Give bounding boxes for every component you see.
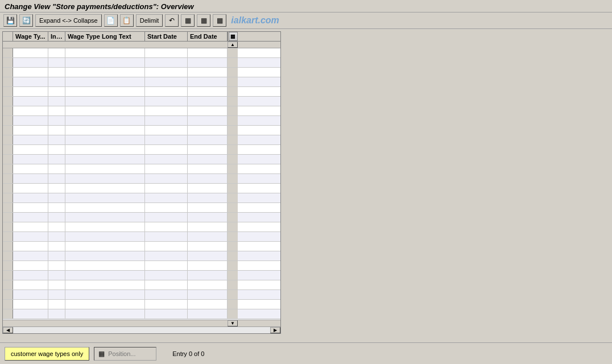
start-date-cell[interactable] bbox=[145, 261, 188, 270]
inf-cell[interactable] bbox=[48, 222, 65, 231]
end-date-cell[interactable] bbox=[188, 213, 228, 222]
end-date-cell[interactable] bbox=[188, 135, 228, 144]
long-text-cell[interactable] bbox=[65, 290, 145, 299]
start-date-cell[interactable] bbox=[145, 280, 188, 289]
toolbar-btn-1[interactable]: 💾 bbox=[3, 14, 17, 27]
long-text-cell[interactable] bbox=[65, 97, 145, 106]
table-row[interactable] bbox=[3, 290, 280, 300]
long-text-cell[interactable] bbox=[65, 309, 145, 318]
start-date-cell[interactable] bbox=[145, 184, 188, 193]
scroll-right-button[interactable]: ▶ bbox=[270, 327, 280, 333]
end-date-cell[interactable] bbox=[188, 184, 228, 193]
start-date-cell[interactable] bbox=[145, 77, 188, 86]
long-text-cell[interactable] bbox=[65, 300, 145, 309]
wage-type-cell[interactable] bbox=[13, 145, 48, 154]
wage-type-cell[interactable] bbox=[13, 242, 48, 251]
end-date-cell[interactable] bbox=[188, 222, 228, 231]
start-date-cell[interactable] bbox=[145, 97, 188, 106]
end-date-cell[interactable] bbox=[188, 193, 228, 202]
table-row[interactable] bbox=[3, 300, 280, 309]
inf-cell[interactable] bbox=[48, 300, 65, 309]
wage-type-cell[interactable] bbox=[13, 271, 48, 280]
wage-type-cell[interactable] bbox=[13, 232, 48, 241]
toolbar-btn-7[interactable]: ▦ bbox=[197, 14, 210, 27]
wage-type-cell[interactable] bbox=[13, 48, 48, 57]
inf-cell[interactable] bbox=[48, 309, 65, 318]
inf-cell[interactable] bbox=[48, 77, 65, 86]
start-date-cell[interactable] bbox=[145, 242, 188, 251]
start-date-cell[interactable] bbox=[145, 116, 188, 125]
end-date-cell[interactable] bbox=[188, 251, 228, 260]
end-date-cell[interactable] bbox=[188, 300, 228, 309]
inf-cell[interactable] bbox=[48, 58, 65, 67]
grid-settings-icon[interactable]: ▦ bbox=[229, 32, 238, 41]
wage-type-cell[interactable] bbox=[13, 77, 48, 86]
end-date-cell[interactable] bbox=[188, 106, 228, 115]
toolbar-btn-3[interactable]: 📄 bbox=[104, 14, 118, 27]
end-date-cell[interactable] bbox=[188, 87, 228, 96]
end-date-cell[interactable] bbox=[188, 164, 228, 173]
long-text-cell[interactable] bbox=[65, 126, 145, 135]
end-date-cell[interactable] bbox=[188, 261, 228, 270]
start-date-cell[interactable] bbox=[145, 145, 188, 154]
long-text-cell[interactable] bbox=[65, 116, 145, 125]
start-date-cell[interactable] bbox=[145, 48, 188, 57]
table-row[interactable] bbox=[3, 184, 280, 193]
long-text-cell[interactable] bbox=[65, 77, 145, 86]
start-date-cell[interactable] bbox=[145, 135, 188, 144]
end-date-cell[interactable] bbox=[188, 68, 228, 77]
toolbar-btn-5[interactable]: ↶ bbox=[165, 14, 179, 27]
table-row[interactable] bbox=[3, 58, 280, 68]
toolbar-btn-4[interactable]: 📋 bbox=[120, 14, 134, 27]
inf-cell[interactable] bbox=[48, 106, 65, 115]
scroll-down-button[interactable]: ▼ bbox=[228, 320, 238, 326]
inf-cell[interactable] bbox=[48, 271, 65, 280]
position-input[interactable] bbox=[108, 350, 154, 357]
customer-wage-types-button[interactable]: customer wage types only bbox=[5, 347, 89, 361]
expand-collapse-button[interactable]: Expand <-> Collapse bbox=[35, 14, 102, 27]
long-text-cell[interactable] bbox=[65, 271, 145, 280]
end-date-cell[interactable] bbox=[188, 271, 228, 280]
inf-cell[interactable] bbox=[48, 126, 65, 135]
inf-cell[interactable] bbox=[48, 203, 65, 212]
long-text-cell[interactable] bbox=[65, 203, 145, 212]
start-date-cell[interactable] bbox=[145, 309, 188, 318]
wage-type-cell[interactable] bbox=[13, 87, 48, 96]
end-date-cell[interactable] bbox=[188, 48, 228, 57]
start-date-cell[interactable] bbox=[145, 58, 188, 67]
start-date-cell[interactable] bbox=[145, 68, 188, 77]
toolbar-btn-6[interactable]: ▦ bbox=[181, 14, 195, 27]
inf-cell[interactable] bbox=[48, 242, 65, 251]
table-row[interactable] bbox=[3, 280, 280, 290]
wage-type-cell[interactable] bbox=[13, 222, 48, 231]
long-text-cell[interactable] bbox=[65, 222, 145, 231]
start-date-cell[interactable] bbox=[145, 87, 188, 96]
table-row[interactable] bbox=[3, 213, 280, 222]
long-text-cell[interactable] bbox=[65, 87, 145, 96]
inf-cell[interactable] bbox=[48, 184, 65, 193]
inf-cell[interactable] bbox=[48, 193, 65, 202]
table-row[interactable] bbox=[3, 155, 280, 164]
long-text-cell[interactable] bbox=[65, 58, 145, 67]
wage-type-cell[interactable] bbox=[13, 164, 48, 173]
long-text-cell[interactable] bbox=[65, 155, 145, 164]
long-text-cell[interactable] bbox=[65, 213, 145, 222]
wage-type-cell[interactable] bbox=[13, 116, 48, 125]
long-text-cell[interactable] bbox=[65, 106, 145, 115]
long-text-cell[interactable] bbox=[65, 48, 145, 57]
wage-type-cell[interactable] bbox=[13, 261, 48, 270]
wage-type-cell[interactable] bbox=[13, 135, 48, 144]
table-row[interactable] bbox=[3, 193, 280, 203]
table-row[interactable] bbox=[3, 242, 280, 251]
table-row[interactable] bbox=[3, 97, 280, 106]
inf-cell[interactable] bbox=[48, 232, 65, 241]
end-date-cell[interactable] bbox=[188, 58, 228, 67]
delimit-button[interactable]: Delimit bbox=[136, 14, 163, 27]
table-row[interactable] bbox=[3, 203, 280, 213]
end-date-cell[interactable] bbox=[188, 126, 228, 135]
end-date-cell[interactable] bbox=[188, 145, 228, 154]
end-date-cell[interactable] bbox=[188, 280, 228, 289]
end-date-cell[interactable] bbox=[188, 242, 228, 251]
inf-cell[interactable] bbox=[48, 164, 65, 173]
inf-cell[interactable] bbox=[48, 155, 65, 164]
